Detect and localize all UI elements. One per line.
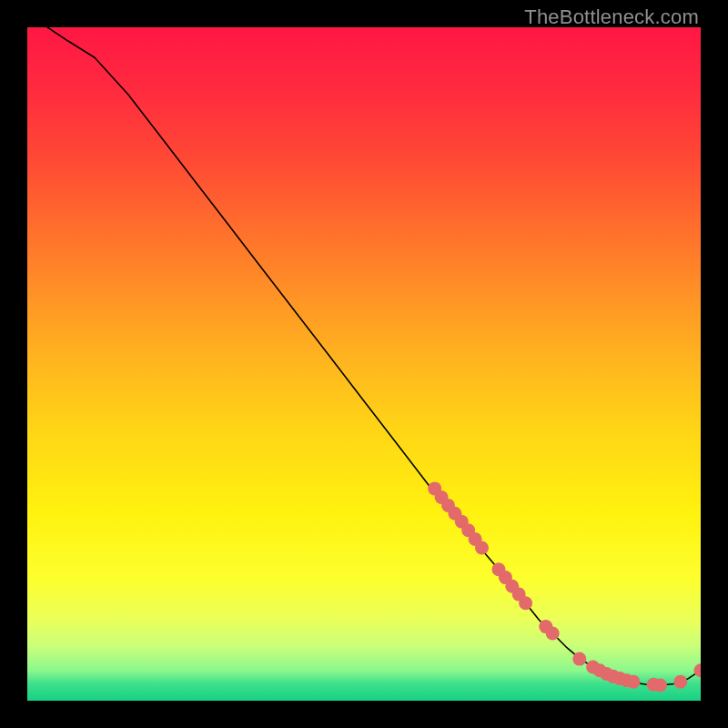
data-marker (546, 627, 560, 641)
frame-right (701, 0, 728, 728)
data-marker (519, 596, 532, 610)
data-marker (653, 678, 667, 692)
gradient-background (27, 27, 701, 701)
data-marker (627, 675, 641, 689)
data-marker (572, 652, 586, 666)
bottleneck-curve-chart (27, 27, 701, 701)
frame-bottom (0, 701, 728, 728)
chart-container: TheBottleneck.com (0, 0, 728, 728)
data-marker (673, 675, 687, 689)
data-marker (475, 541, 489, 555)
plot-area (27, 27, 701, 701)
frame-left (0, 0, 27, 728)
watermark-text: TheBottleneck.com (524, 5, 699, 29)
